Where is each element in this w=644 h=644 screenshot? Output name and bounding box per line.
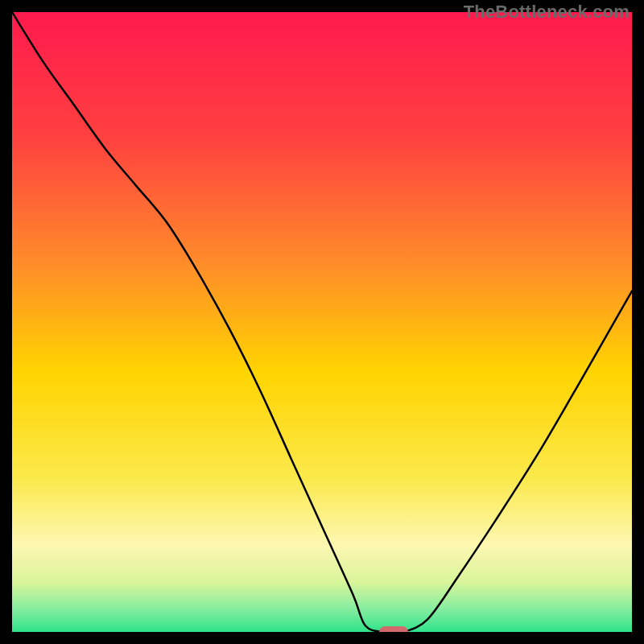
chart-frame: TheBottleneck.com (0, 0, 644, 644)
chart-background (12, 12, 632, 632)
chart-plot-area (12, 12, 632, 632)
optimum-marker (379, 626, 408, 632)
chart-svg (12, 12, 632, 632)
watermark-text: TheBottleneck.com (464, 2, 630, 23)
